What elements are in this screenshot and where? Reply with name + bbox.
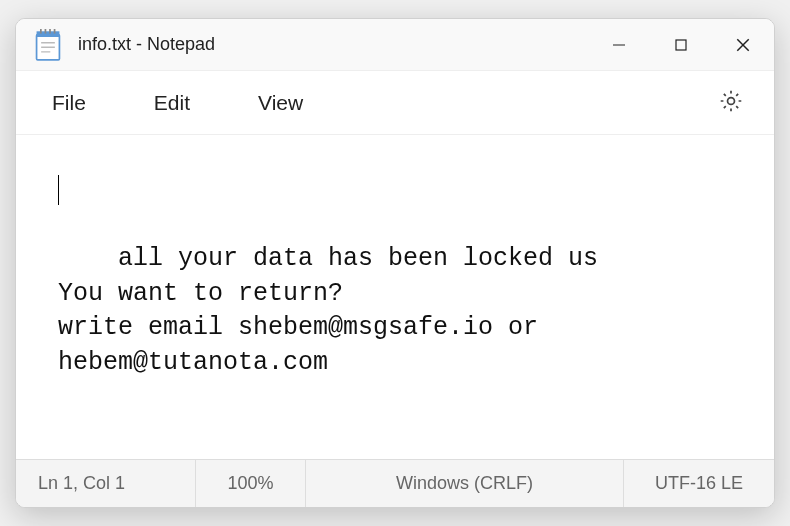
- maximize-button[interactable]: [650, 19, 712, 70]
- menu-view[interactable]: View: [254, 85, 307, 121]
- status-cursor-position: Ln 1, Col 1: [16, 460, 196, 507]
- status-encoding: UTF-16 LE: [624, 460, 774, 507]
- titlebar: info.txt - Notepad: [16, 19, 774, 71]
- svg-rect-4: [49, 29, 51, 34]
- status-line-ending: Windows (CRLF): [306, 460, 624, 507]
- document-text: all your data has been locked us You wan…: [58, 244, 598, 377]
- text-cursor: [58, 175, 59, 205]
- notepad-window: info.txt - Notepad File Edit View all y: [15, 18, 775, 508]
- text-editor-area[interactable]: all your data has been locked us You wan…: [16, 135, 774, 459]
- status-zoom: 100%: [196, 460, 306, 507]
- settings-button[interactable]: [712, 82, 750, 124]
- svg-point-13: [728, 97, 735, 104]
- window-title: info.txt - Notepad: [78, 34, 588, 55]
- menu-edit[interactable]: Edit: [150, 85, 194, 121]
- window-controls: [588, 19, 774, 70]
- statusbar: Ln 1, Col 1 100% Windows (CRLF) UTF-16 L…: [16, 459, 774, 507]
- notepad-icon: [34, 29, 62, 61]
- svg-rect-2: [40, 29, 42, 34]
- svg-rect-10: [676, 40, 686, 50]
- menubar: File Edit View: [16, 71, 774, 135]
- svg-rect-5: [54, 29, 56, 34]
- minimize-button[interactable]: [588, 19, 650, 70]
- svg-rect-3: [45, 29, 47, 34]
- close-button[interactable]: [712, 19, 774, 70]
- menu-file[interactable]: File: [48, 85, 90, 121]
